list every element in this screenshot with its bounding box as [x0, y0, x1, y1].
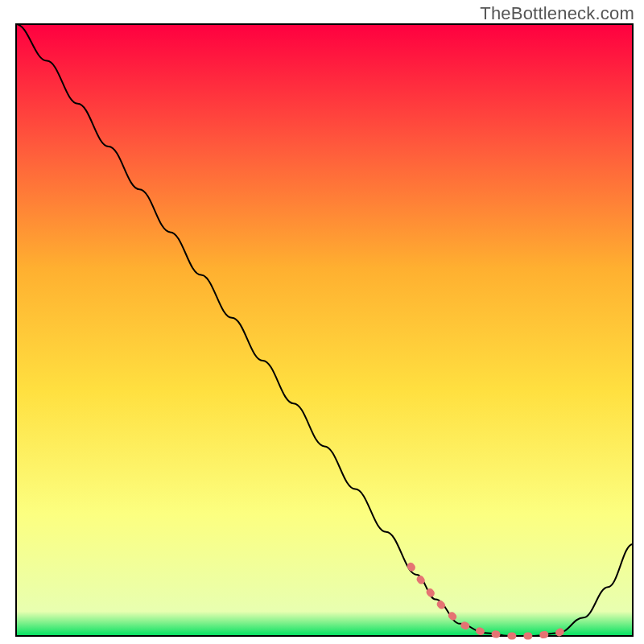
plot-area — [16, 24, 633, 636]
chart-svg — [0, 0, 644, 644]
chart-container: TheBottleneck.com — [0, 0, 644, 644]
